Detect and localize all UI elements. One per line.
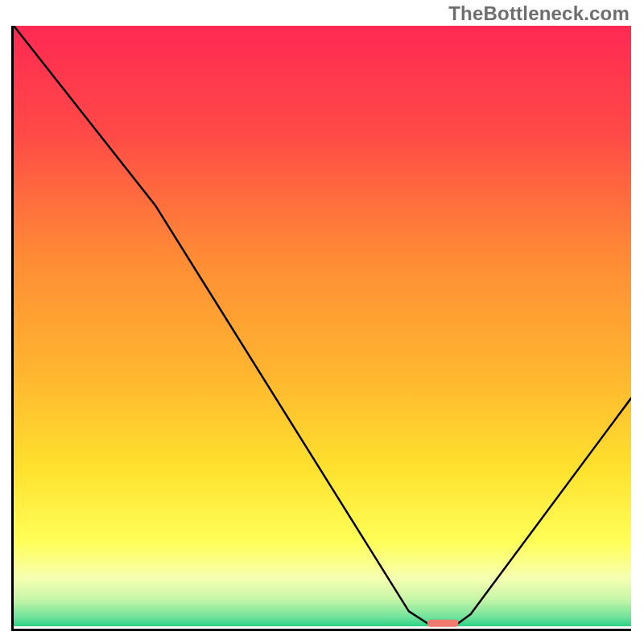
plot-area (11, 26, 631, 631)
chart-frame: TheBottleneck.com (0, 0, 644, 644)
heat-background (14, 26, 631, 626)
optimal-range-marker (427, 620, 458, 627)
bottleneck-chart (14, 26, 631, 629)
watermark-text: TheBottleneck.com (448, 2, 630, 25)
